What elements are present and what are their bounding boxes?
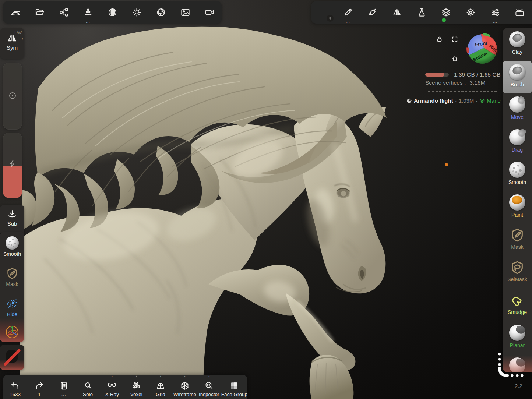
- memory-status: 1.39 GB / 1.65 GB: [425, 71, 501, 78]
- postprocess-button[interactable]: [149, 1, 173, 24]
- brush-settings-badge[interactable]: [327, 15, 334, 22]
- active-brush-button[interactable]: [311, 1, 336, 24]
- intensity-slider[interactable]: [3, 133, 22, 198]
- app-logo-icon: [10, 7, 20, 17]
- app-window: … … … L/W ▸ Sym: [0, 0, 532, 399]
- separator-dot: ·: [476, 98, 478, 104]
- caret-up-icon: ▴: [111, 375, 113, 378]
- wireframe-button[interactable]: ▴ Wireframe: [173, 375, 197, 399]
- tool-paint[interactable]: Paint: [503, 191, 532, 224]
- layers-button[interactable]: [434, 1, 458, 24]
- sub-label: Sub: [7, 220, 17, 227]
- tools-button[interactable]: [507, 1, 532, 24]
- tool-next-partial[interactable]: [503, 354, 532, 372]
- undo-count: 1633: [10, 392, 21, 397]
- intensity-slider-fill: [3, 166, 22, 198]
- radius-slider[interactable]: [3, 63, 22, 130]
- interface-button[interactable]: …: [483, 1, 508, 24]
- horse-sculpture: [20, 27, 387, 399]
- smooth-label: Smooth: [3, 251, 21, 257]
- tool-clay[interactable]: Clay: [503, 28, 532, 61]
- app-menu-button[interactable]: [3, 1, 27, 24]
- solo-label: Solo: [83, 392, 93, 397]
- material-button[interactable]: [100, 1, 124, 24]
- memory-text: 1.39 GB / 1.65 GB: [454, 71, 501, 78]
- top-left-toolbar: …: [3, 1, 222, 24]
- settings-button[interactable]: [458, 1, 483, 24]
- solo-button[interactable]: Solo: [76, 375, 100, 399]
- history-button[interactable]: …: [52, 375, 76, 399]
- tool-smudge[interactable]: Smudge: [503, 289, 532, 322]
- caret-up-icon: ▴: [208, 375, 210, 378]
- materials-button[interactable]: [409, 1, 434, 24]
- memory-bar: [425, 73, 449, 77]
- layers-status-dot: [442, 18, 446, 22]
- dotted-eye-icon: [6, 297, 18, 310]
- toolbox-icon: [515, 7, 525, 17]
- tool-selmask[interactable]: SelMask: [503, 256, 532, 289]
- dashed-separator: [428, 91, 497, 92]
- quick-hide-button[interactable]: Hide: [0, 297, 24, 317]
- history-more: …: [61, 392, 66, 397]
- object-name[interactable]: Armando flight: [414, 98, 453, 104]
- tool-mask[interactable]: Mask: [503, 224, 532, 257]
- hide-label: Hide: [7, 311, 18, 317]
- active-layer-name[interactable]: Mane: [487, 98, 501, 104]
- expand-arrow-icon[interactable]: ▸: [22, 37, 24, 40]
- move-sphere-icon: [509, 96, 525, 113]
- lighting-button[interactable]: [124, 1, 149, 24]
- wireframe-ball-icon: [180, 381, 190, 391]
- symmetry-toggle-button[interactable]: L/W ▸ Sym: [0, 28, 24, 59]
- tool-move[interactable]: Move: [503, 93, 532, 126]
- background-button[interactable]: [173, 1, 197, 24]
- sub-tool-button[interactable]: Sub: [0, 205, 24, 236]
- painting-button[interactable]: [360, 1, 385, 24]
- gizmo-axes-icon[interactable]: [5, 325, 20, 339]
- fullscreen-icon[interactable]: [451, 36, 458, 43]
- symmetry-button[interactable]: [385, 1, 409, 24]
- planar-sphere-icon: [509, 325, 525, 341]
- smudge-finger-icon: [510, 293, 525, 308]
- camera-button[interactable]: [197, 1, 222, 24]
- facegroup-button[interactable]: Face Group: [221, 375, 247, 399]
- top-right-toolbar: … …: [311, 1, 532, 24]
- files-button[interactable]: [27, 1, 52, 24]
- voxel-label: Voxel: [130, 392, 142, 397]
- tool-drag[interactable]: Drag: [503, 126, 532, 159]
- vertices-label: Scene vertices :: [425, 80, 466, 86]
- clay-sphere-icon: [509, 31, 525, 47]
- tool-brush[interactable]: Brush: [503, 61, 532, 93]
- grid-button[interactable]: ▴ Grid: [148, 375, 173, 399]
- selected-object-row[interactable]: Armando flight · 1.03M · Mane: [406, 97, 501, 104]
- lock-icon[interactable]: [436, 36, 443, 43]
- radius-dot-icon: [8, 91, 17, 100]
- topology-button[interactable]: …: [76, 1, 100, 24]
- scene-graph-icon: [59, 7, 69, 17]
- quick-mask-button[interactable]: Mask: [0, 267, 24, 287]
- folder-icon: [35, 7, 45, 17]
- scene-graph-button[interactable]: [52, 1, 76, 24]
- home-icon[interactable]: [451, 55, 458, 62]
- tool-label: SelMask: [507, 276, 527, 282]
- navigation-ball[interactable]: Front Right Bottom: [466, 33, 498, 65]
- voxel-button[interactable]: ▴ Voxel: [124, 375, 148, 399]
- undo-button[interactable]: 1633: [3, 375, 27, 399]
- tool-label: Brush: [511, 82, 524, 88]
- quick-smooth-button[interactable]: Smooth: [0, 236, 24, 257]
- symmetry-mirror-icon: [392, 7, 402, 17]
- tool-sidebar: Clay Brush Move Drag Smooth Paint Mask: [503, 28, 532, 372]
- active-brush-preview: [316, 5, 331, 20]
- tool-planar[interactable]: Planar: [503, 321, 532, 354]
- paint-brush-icon: [367, 7, 377, 17]
- undo-icon: [10, 381, 20, 391]
- redo-button[interactable]: 1: [27, 375, 52, 399]
- alpha-none-button[interactable]: [0, 345, 24, 370]
- scene-vertices-status: Scene vertices :3.16M: [425, 80, 485, 86]
- tool-smooth[interactable]: Smooth: [503, 158, 532, 191]
- background-image-icon: [180, 7, 190, 17]
- inspector-button[interactable]: ▴ Inspector: [197, 375, 221, 399]
- tool-label: Paint: [511, 212, 523, 218]
- stroke-button[interactable]: …: [336, 1, 360, 24]
- separator-dot: ·: [455, 98, 457, 104]
- xray-button[interactable]: ▴ X-Ray: [100, 375, 124, 399]
